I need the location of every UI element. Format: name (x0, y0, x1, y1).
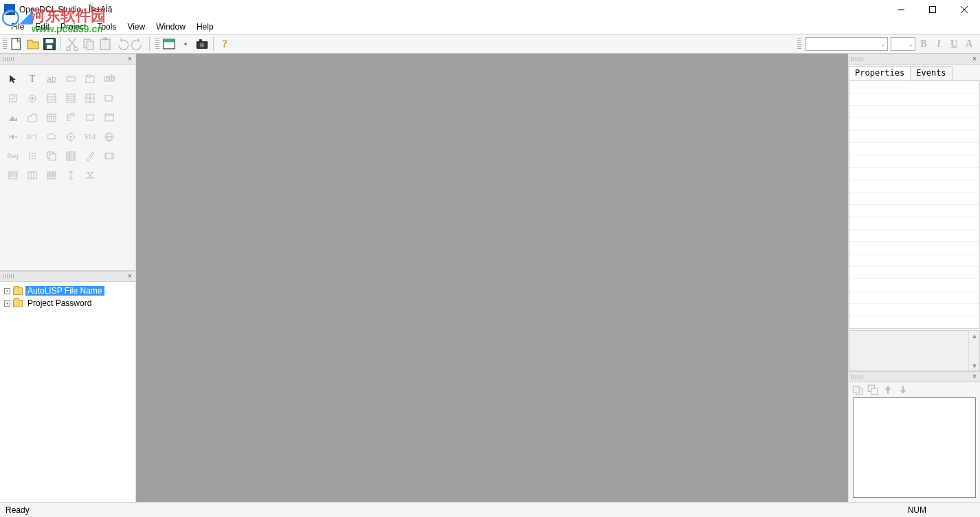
tool-listbox[interactable] (43, 89, 60, 107)
preview-tool-2[interactable] (867, 384, 879, 396)
tool-combobox[interactable] (62, 89, 80, 107)
expand-icon[interactable]: + (4, 300, 10, 307)
props-close-button[interactable]: × (970, 56, 979, 63)
toolbar-gripper-icon[interactable] (155, 38, 159, 50)
panel-gripper-icon[interactable] (3, 57, 15, 61)
panel-gripper-icon[interactable] (3, 274, 15, 278)
toolbar-gripper-icon[interactable] (3, 38, 7, 50)
tool-panel[interactable] (100, 109, 118, 126)
text-color-button[interactable]: A (962, 37, 976, 51)
form-window-button[interactable] (162, 36, 177, 52)
tool-table1[interactable] (4, 166, 22, 184)
preview-tool-down[interactable] (897, 384, 909, 396)
close-button[interactable] (948, 0, 980, 19)
form-dropdown-button[interactable]: ▾ (178, 36, 193, 52)
tool-grid-dots[interactable] (23, 147, 41, 165)
bold-button[interactable]: B (917, 37, 931, 51)
tool-props[interactable] (62, 147, 80, 165)
menu-view[interactable]: View (122, 21, 151, 33)
property-row[interactable] (849, 118, 979, 131)
panel-gripper-icon[interactable] (851, 375, 864, 379)
preview-tool-1[interactable] (851, 384, 864, 396)
italic-button[interactable]: I (932, 37, 946, 51)
toolbar-gripper-icon[interactable] (797, 38, 801, 50)
property-row[interactable] (849, 131, 979, 143)
maximize-button[interactable] (917, 0, 948, 19)
property-row[interactable] (849, 242, 979, 254)
property-row[interactable] (849, 155, 979, 168)
tool-options[interactable] (62, 128, 80, 146)
tool-tab[interactable] (23, 109, 41, 126)
tree-body[interactable]: + AutoLISP File Name + Project Password (0, 282, 135, 502)
tool-slide[interactable]: Sld (81, 128, 99, 146)
menu-edit[interactable]: Edit (30, 21, 55, 33)
tool-rect[interactable] (81, 109, 99, 126)
tool-radio[interactable] (23, 89, 41, 107)
menu-tools[interactable]: Tools (91, 21, 122, 33)
tool-media[interactable] (100, 147, 118, 165)
property-row[interactable] (849, 304, 979, 316)
tool-globe[interactable] (100, 128, 118, 146)
toolbox-close-button[interactable]: × (126, 56, 134, 63)
tree-item-password[interactable]: + Project Password (1, 297, 134, 309)
tree-close-button[interactable]: × (126, 273, 134, 280)
tool-checkbox[interactable] (4, 89, 22, 107)
property-row[interactable] (849, 279, 979, 292)
tool-label[interactable]: ab (43, 70, 60, 88)
property-row[interactable] (849, 267, 979, 279)
panel-gripper-icon[interactable] (851, 57, 864, 61)
property-row[interactable] (849, 81, 979, 94)
menu-file[interactable]: File (5, 21, 30, 33)
tree-item-autolisp[interactable]: + AutoLISP File Name (1, 285, 134, 297)
expand-icon[interactable]: + (4, 288, 10, 294)
tool-table2[interactable] (23, 166, 41, 184)
tool-url[interactable]: Url (23, 128, 41, 146)
properties-grid[interactable] (849, 81, 980, 329)
underline-button[interactable]: U (947, 37, 961, 51)
tool-button[interactable] (62, 70, 80, 88)
tool-image[interactable] (4, 109, 22, 126)
tab-events[interactable]: Events (910, 66, 952, 80)
tool-hammer[interactable] (81, 147, 99, 165)
tool-frame[interactable] (100, 89, 118, 107)
help-button[interactable]: ? (217, 36, 232, 52)
property-row[interactable] (849, 94, 979, 106)
property-row[interactable] (849, 143, 979, 155)
tool-text[interactable]: T (23, 70, 41, 88)
tab-properties[interactable]: Properties (849, 66, 911, 80)
tool-groupbox[interactable] (81, 70, 99, 88)
property-row[interactable] (849, 292, 979, 304)
tool-slider-h[interactable] (4, 128, 22, 146)
tool-textbox[interactable]: ab (100, 70, 118, 88)
minimize-button[interactable] (885, 0, 917, 19)
new-file-button[interactable] (9, 36, 24, 52)
save-button[interactable] (42, 36, 57, 52)
tool-cloud[interactable] (43, 128, 60, 146)
font-name-combo[interactable]: ⌵ (805, 37, 888, 51)
preview-canvas[interactable] (853, 397, 976, 498)
preview-close-button[interactable]: × (970, 373, 979, 380)
desc-scrollbar[interactable]: ▴▾ (968, 331, 979, 371)
property-row[interactable] (849, 168, 979, 180)
property-row[interactable] (849, 217, 979, 230)
property-row[interactable] (849, 192, 979, 205)
mdi-workspace[interactable] (136, 54, 848, 502)
tool-align-h[interactable] (81, 166, 99, 184)
tool-dwg[interactable]: Dwg (4, 147, 22, 165)
preview-tool-up[interactable] (882, 384, 894, 396)
tool-tree[interactable] (62, 109, 80, 126)
tool-pointer[interactable] (4, 70, 22, 88)
tool-grid[interactable] (81, 89, 99, 107)
property-row[interactable] (849, 180, 979, 192)
tool-layers[interactable] (43, 147, 60, 165)
tool-table3[interactable] (43, 166, 60, 184)
tool-calendar[interactable] (43, 109, 60, 126)
menu-help[interactable]: Help (191, 21, 219, 33)
snapshot-button[interactable] (194, 36, 210, 52)
property-row[interactable] (849, 230, 979, 242)
property-row[interactable] (849, 254, 979, 267)
font-size-combo[interactable]: ⌵ (891, 37, 915, 51)
tool-align-v[interactable] (62, 166, 80, 184)
property-row[interactable] (849, 106, 979, 118)
property-row[interactable] (849, 205, 979, 217)
